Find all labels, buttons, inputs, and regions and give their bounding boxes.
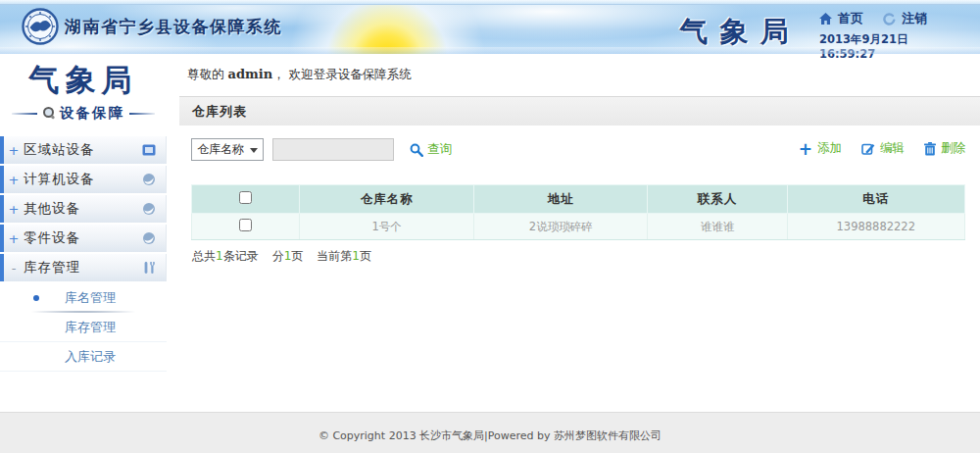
expand-plus-icon: + [4,202,24,217]
sidebar-item-label: 零件设备 [24,229,80,247]
expand-plus-icon: + [4,143,24,158]
edit-button-label: 编辑 [880,140,905,157]
submenu-item-label: 入库记录 [65,348,116,366]
total-records-suffix: 条记录 [223,249,259,263]
footer: © Copyright 2013 长沙市气象局|Powered by 苏州梦图软… [0,412,980,453]
username: admin [227,67,272,81]
sidebar-item-part-devices[interactable]: + 零件设备 [0,225,167,252]
add-button-label: 添加 [817,140,842,157]
chevron-down-icon [250,148,258,153]
current-page-number: 1 [352,249,360,263]
sidebar: 气象局 设备保障 + 区域站设备 + 计算机设备 + 其他设备 [0,54,176,372]
submenu-item-warehouse-name-management[interactable]: 库名管理 [0,283,167,313]
total-records-prefix: 总共 [192,249,216,263]
expand-plus-icon: + [4,231,24,246]
cell-contact: 谁谁谁 [648,214,787,240]
copyright-text: © Copyright 2013 长沙市气象局|Powered by 苏州梦图软… [318,429,662,442]
query-button-label: 查询 [427,141,452,158]
pages-suffix: 页 [291,249,303,263]
cell-warehouse-name: 1号个 [300,214,474,240]
submenu-item-label: 库名管理 [65,289,116,307]
panel-title: 仓库列表 [179,96,980,126]
select-all-checkbox[interactable] [239,191,252,204]
magnifier-icon [42,107,55,120]
welcome-message: 尊敬的 admin， 欢迎登录设备保障系统 [179,54,980,83]
table-header-row: 仓库名称 地址 联系人 电话 [192,185,965,214]
delete-button[interactable]: 删除 [924,140,965,157]
sidebar-subtitle: 设备保障 [0,104,167,123]
sidebar-item-label: 库存管理 [24,259,80,277]
submenu-item-label: 库存管理 [65,319,116,336]
sidebar-menu: + 区域站设备 + 计算机设备 + 其他设备 + 零件设备 [0,136,176,372]
monitor-icon [142,144,156,156]
current-page-suffix: 页 [360,249,371,263]
sidebar-item-other-devices[interactable]: + 其他设备 [0,195,167,223]
pagination: 总共1条记录分1页当前第1页 [192,248,980,265]
toolbar: 仓库名称 查询 + 添加 [191,138,965,164]
logout-link[interactable]: 注销 [902,10,927,27]
sidebar-item-label: 区域站设备 [24,141,95,159]
top-header: 湖南省宁乡县设备保障系统 气象局 首页 注销 2013年9月21日 16:59:… [0,0,980,54]
welcome-prefix: 尊敬的 [187,67,224,81]
header-bottom-strip [0,47,980,54]
active-dot-icon [33,295,39,301]
warehouse-table: 仓库名称 地址 联系人 电话 1号个 2说琐琐碎碎 谁谁谁 1398888222… [191,184,965,240]
column-header-phone: 电话 [787,185,965,214]
edit-icon [861,142,875,156]
cell-phone: 13988882222 [787,214,965,240]
welcome-suffix: ， 欢迎登录设备保障系统 [272,67,411,81]
add-button[interactable]: + 添加 [799,140,842,157]
query-button[interactable]: 查询 [410,141,452,158]
total-records-count: 1 [216,249,223,263]
delete-button-label: 删除 [941,140,965,157]
warehouse-panel: 仓库列表 仓库名称 查询 + 添加 [179,96,980,265]
device-icon [142,202,156,216]
pages-prefix: 分 [272,249,284,263]
sidebar-item-label: 计算机设备 [24,171,95,188]
column-header-contact: 联系人 [648,185,787,214]
subtitle-line-left [12,113,37,115]
submenu-item-inventory-management[interactable]: 库存管理 [0,313,167,342]
sidebar-item-label: 其他设备 [24,200,80,218]
submenu-item-inbound-records[interactable]: 入库记录 [0,342,167,372]
device-icon [142,173,156,186]
collapse-minus-icon: - [4,261,24,276]
home-icon [819,13,832,25]
table-row[interactable]: 1号个 2说琐琐碎碎 谁谁谁 13988882222 [192,214,965,240]
sidebar-item-computer-devices[interactable]: + 计算机设备 [0,166,167,193]
current-page-prefix: 当前第 [317,249,352,263]
sidebar-item-inventory-management[interactable]: - 库存管理 [0,254,167,281]
logout-icon [883,13,896,25]
search-icon [410,143,423,157]
tools-icon [143,261,156,275]
device-icon [142,231,156,245]
sidebar-item-region-station-devices[interactable]: + 区域站设备 [0,136,167,164]
expand-plus-icon: + [4,173,24,187]
trash-icon [924,142,936,156]
home-link[interactable]: 首页 [838,10,863,27]
row-select-cell [192,214,300,240]
search-input[interactable] [272,138,394,161]
system-title: 湖南省宁乡县设备保障系统 [65,16,282,38]
column-header-address: 地址 [473,185,648,214]
main-content: 尊敬的 admin， 欢迎登录设备保障系统 仓库列表 仓库名称 查询 [179,54,980,265]
search-field-select[interactable]: 仓库名称 [191,138,264,161]
edit-button[interactable]: 编辑 [861,140,905,157]
bureau-logo-icon [22,8,59,45]
plus-icon: + [799,142,812,156]
row-checkbox[interactable] [239,219,252,231]
column-header-name: 仓库名称 [300,185,474,214]
header-top-strip [0,0,980,5]
select-all-cell [192,185,300,214]
inventory-submenu: 库名管理 库存管理 入库记录 [0,283,167,372]
sidebar-brand: 气象局 [0,60,167,101]
sidebar-subtitle-label: 设备保障 [60,104,124,123]
cell-address: 2说琐琐碎碎 [473,214,648,240]
subtitle-line-right [129,113,155,115]
search-field-label: 仓库名称 [197,141,244,158]
